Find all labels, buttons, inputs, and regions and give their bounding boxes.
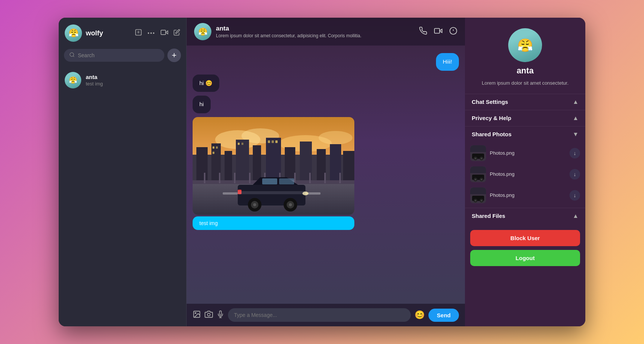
svg-rect-4 <box>161 30 166 35</box>
message-incoming-hi-emoji: hi 😊 <box>193 75 219 92</box>
message-incoming-hi: hi <box>193 96 211 113</box>
photo-item-3: Photos.png ↓ <box>470 186 580 205</box>
action-buttons: Block User Logout <box>465 224 585 272</box>
shared-files-chevron: ▲ <box>573 213 579 219</box>
chat-header-avatar-icon: 😤 <box>194 23 211 40</box>
svg-point-75 <box>481 158 482 159</box>
message-image <box>193 117 354 215</box>
svg-point-73 <box>475 158 476 159</box>
shared-photos-section-header[interactable]: Shared Photos ▼ <box>465 126 585 142</box>
search-wrap <box>64 49 164 62</box>
search-icon <box>69 52 75 59</box>
more-options-btn[interactable]: ••• <box>147 30 155 36</box>
chat-item-name: anta <box>86 74 180 80</box>
search-row: + <box>64 49 181 62</box>
download-btn-2[interactable]: ↓ <box>570 169 580 180</box>
chat-header-name: anta <box>216 25 415 32</box>
svg-rect-45 <box>249 173 251 183</box>
video-call-sidebar-btn[interactable] <box>161 29 168 38</box>
chat-header-actions <box>419 27 457 37</box>
svg-rect-44 <box>234 173 235 183</box>
photo-thumb-2 <box>470 166 486 182</box>
video-call-btn[interactable] <box>434 27 442 37</box>
right-panel: 😤 anta Lorem ipsum dolor sit amet consec… <box>465 18 585 326</box>
privacy-help-section-header[interactable]: Privecy & Help ▲ <box>465 110 585 126</box>
chat-settings-chevron: ▲ <box>573 99 579 105</box>
svg-rect-31 <box>213 152 214 154</box>
svg-rect-42 <box>204 173 205 183</box>
message-image-wrapper: test img <box>193 117 354 230</box>
svg-point-82 <box>481 179 482 180</box>
svg-point-65 <box>195 312 196 314</box>
profile-avatar-large: 😤 <box>508 28 542 62</box>
svg-rect-36 <box>275 140 278 143</box>
chat-settings-label: Chat Settings <box>472 99 508 105</box>
photo-item-2: Photos.png ↓ <box>470 165 580 184</box>
app-container: 😤 wolfy ••• <box>59 18 585 326</box>
chat-avatar-face-icon: 😤 <box>65 72 81 88</box>
svg-rect-38 <box>223 192 238 195</box>
messages-area: Hiii! hi 😊 hi <box>187 46 465 304</box>
mic-btn[interactable] <box>217 311 224 320</box>
svg-rect-43 <box>219 173 220 183</box>
svg-rect-33 <box>242 143 243 145</box>
message-caption: test img <box>193 216 354 230</box>
shared-photos-chevron: ▼ <box>573 131 579 138</box>
chat-item-last-message: test img <box>86 81 180 87</box>
svg-point-87 <box>475 200 476 201</box>
shared-photos-list: Photos.png ↓ Photos.png ↓ <box>465 142 585 208</box>
svg-point-89 <box>481 200 482 201</box>
profile-name: anta <box>516 66 533 76</box>
logout-btn[interactable]: Logout <box>470 250 580 266</box>
compose-icon-btn[interactable] <box>135 29 142 38</box>
svg-point-16 <box>319 131 352 145</box>
search-input[interactable] <box>78 52 159 58</box>
info-btn[interactable] <box>449 27 457 37</box>
phone-call-btn[interactable] <box>419 27 427 37</box>
emoji-btn[interactable]: 😊 <box>415 310 425 320</box>
svg-point-59 <box>253 203 256 206</box>
camera-btn[interactable] <box>205 310 213 320</box>
message-outgoing-hiii: Hiii! <box>436 53 459 71</box>
photo-thumb-1 <box>470 145 486 161</box>
svg-line-6 <box>73 56 74 57</box>
svg-rect-63 <box>238 191 305 194</box>
download-btn-1[interactable]: ↓ <box>570 148 580 158</box>
profile-bio: Lorem ipsum dolor sit amet consectetur. <box>482 79 569 87</box>
shared-files-label: Shared Files <box>472 213 505 219</box>
download-btn-3[interactable]: ↓ <box>570 190 580 201</box>
sidebar-header: 😤 wolfy ••• <box>59 18 186 49</box>
image-upload-btn[interactable] <box>193 310 201 320</box>
chat-main: 😤 anta Lorem ipsum dolor sit amet consec… <box>187 18 465 326</box>
send-btn[interactable]: Send <box>428 309 459 322</box>
shared-files-section-header[interactable]: Shared Files ▲ <box>465 208 585 224</box>
message-input[interactable] <box>228 308 411 322</box>
chat-header-info: anta Lorem ipsum dolor sit amet consecte… <box>216 25 415 38</box>
shared-photos-label: Shared Photos <box>472 131 512 137</box>
svg-point-5 <box>70 53 74 56</box>
chat-header-avatar: 😤 <box>194 23 211 40</box>
block-user-btn[interactable]: Block User <box>470 230 580 246</box>
chat-settings-section-header[interactable]: Chat Settings ▲ <box>465 94 585 110</box>
privacy-help-label: Privecy & Help <box>472 115 511 121</box>
add-chat-btn[interactable]: + <box>167 49 181 62</box>
privacy-help-chevron: ▲ <box>573 115 579 122</box>
svg-marker-3 <box>166 30 168 33</box>
svg-rect-8 <box>434 28 440 33</box>
chat-header-status: Lorem ipsum dolor sit amet consectetur, … <box>216 33 415 38</box>
svg-point-80 <box>475 179 476 180</box>
chat-item-avatar: 😤 <box>65 72 81 88</box>
svg-point-62 <box>289 203 292 206</box>
svg-rect-35 <box>272 140 274 143</box>
svg-rect-34 <box>268 140 270 143</box>
svg-rect-49 <box>309 173 311 183</box>
photo-item-1: Photos.png ↓ <box>470 144 580 163</box>
profile-section: 😤 anta Lorem ipsum dolor sit amet consec… <box>465 18 585 94</box>
chat-list: 😤 anta test img <box>59 67 186 326</box>
svg-rect-29 <box>213 146 214 149</box>
edit-btn[interactable] <box>173 29 180 38</box>
chat-item-anta[interactable]: 😤 anta test img <box>59 67 186 93</box>
svg-rect-48 <box>294 173 296 183</box>
svg-rect-54 <box>279 178 294 184</box>
photo-name-2: Photos.png <box>490 171 566 177</box>
